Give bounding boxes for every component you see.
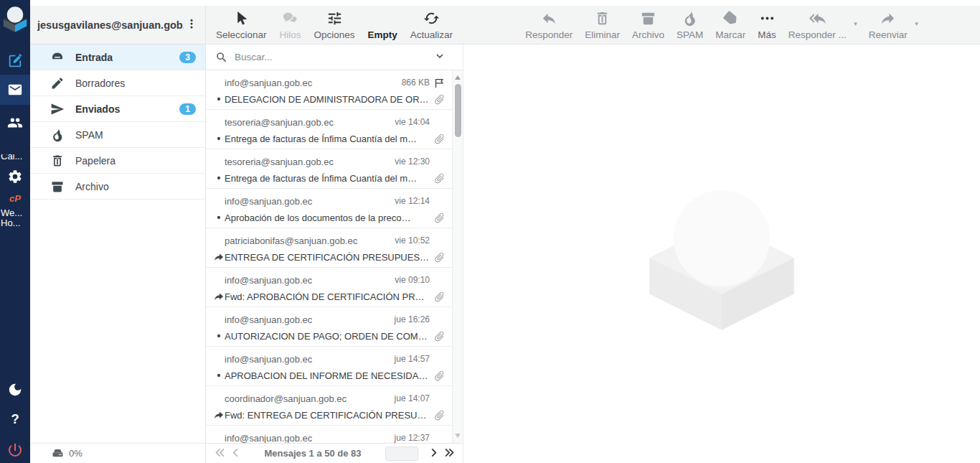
toolbar-button-eliminar[interactable]: Eliminar	[583, 9, 621, 40]
flag-slot[interactable]	[431, 273, 446, 286]
folder-label: Archivo	[75, 181, 109, 192]
cpanel-icon[interactable]: cP	[9, 193, 21, 204]
options-icon	[326, 10, 343, 27]
search-options-toggle[interactable]	[431, 49, 448, 66]
toolbar-button-spam[interactable]: SPAM	[675, 9, 705, 40]
prev-page-button[interactable]	[227, 446, 243, 462]
dark-mode-button[interactable]	[0, 379, 30, 401]
mail-nav-button[interactable]	[0, 75, 30, 105]
toolbar-button-responder[interactable]: Responder ... ▾	[787, 9, 848, 40]
toolbar-button-empty[interactable]: Empty	[367, 9, 399, 40]
unread-dot-icon	[213, 370, 225, 381]
toolbar-button-marcar[interactable]: Marcar	[714, 9, 747, 40]
toolbar-button-reenviar[interactable]: Reenviar ▾	[867, 9, 909, 40]
quota-footer: 0%	[30, 443, 205, 463]
message-list-panel: info@sanjuan.gob.ec 866 KB DELEGACION DE…	[206, 45, 463, 463]
message-date: jue 12:37	[395, 433, 430, 443]
toolbar-button-más[interactable]: Más	[756, 9, 778, 40]
unread-badge: 3	[179, 52, 196, 63]
message-row[interactable]: info@sanjuan.gob.ec jue 16:26 AUTORIZACI…	[206, 307, 463, 347]
toolbar-button-hilos[interactable]: Hilos	[278, 9, 302, 40]
reply-all-icon	[809, 10, 826, 27]
toolbar-button-opciones[interactable]: Opciones	[312, 9, 356, 40]
scroll-up-arrow-icon[interactable]	[455, 75, 461, 80]
svg-text:?: ?	[11, 411, 19, 426]
folder-list: Entrada 3 Borradores Enviados 1 SPAM Pap…	[30, 45, 205, 200]
account-menu-button[interactable]	[184, 14, 199, 36]
contacts-icon	[7, 115, 23, 131]
flag-slot[interactable]	[431, 392, 446, 405]
page-number-input[interactable]	[385, 446, 418, 461]
task-rail: Cal... cP We... Ho... ?	[0, 0, 30, 463]
toolbar-button-actualizar[interactable]: Actualizar	[409, 9, 454, 40]
dropdown-caret-icon[interactable]: ▾	[854, 20, 857, 27]
flag-slot[interactable]	[431, 352, 446, 365]
attachment-icon	[431, 408, 446, 421]
folder-item-spam[interactable]: SPAM	[30, 122, 205, 148]
next-page-button[interactable]	[425, 446, 441, 462]
folder-item-papelera[interactable]: Papelera	[30, 148, 205, 174]
message-subject: Entrega de facturas de Ínfima Cuantía de…	[225, 134, 430, 144]
toolbar-button-label: Actualizar	[410, 29, 453, 40]
dropdown-caret-icon[interactable]: ▾	[915, 20, 918, 27]
flag-slot[interactable]	[431, 116, 446, 128]
message-sender: coordinador@sanjuan.gob.ec	[225, 393, 389, 404]
double-chevron-left-icon	[214, 446, 226, 461]
folder-item-archivo[interactable]: Archivo	[30, 174, 205, 200]
attachment-icon	[431, 251, 446, 263]
scrollbar-thumb[interactable]	[455, 84, 461, 137]
flag-slot[interactable]	[431, 313, 446, 326]
unread-dot-icon	[213, 212, 225, 223]
inbox-icon	[50, 50, 65, 65]
scroll-down-arrow-icon[interactable]	[455, 434, 461, 438]
webmail-home-link[interactable]: We... Ho...	[0, 208, 30, 228]
flag-slot[interactable]	[431, 234, 446, 247]
mail-icon	[7, 82, 23, 98]
folder-item-entrada[interactable]: Entrada 3	[30, 45, 205, 70]
message-row[interactable]: info@sanjuan.gob.ec jue 14:57 APROBACION…	[206, 347, 463, 386]
toolbar-button-label: Responder	[525, 29, 573, 40]
message-row[interactable]: tesoreria@sanjuan.gob.ec vie 12:30 Entre…	[206, 149, 463, 189]
list-toolbar: Seleccionar Hilos Opciones Empty Actuali…	[206, 6, 463, 45]
help-button[interactable]: ?	[0, 410, 30, 429]
search-input[interactable]	[235, 52, 431, 62]
roundcube-watermark	[641, 177, 802, 331]
message-row[interactable]: info@sanjuan.gob.ec vie 09:10 Fwd: APROB…	[206, 268, 463, 307]
attachment-icon	[431, 93, 446, 106]
message-row[interactable]: coordinador@sanjuan.gob.ec jue 14:07 Fwd…	[206, 386, 463, 426]
unread-dot-icon	[213, 330, 225, 342]
flag-slot[interactable]	[431, 431, 446, 443]
message-row[interactable]: info@sanjuan.gob.ec jue 12:37	[206, 426, 463, 443]
list-scrollbar[interactable]	[452, 70, 463, 443]
last-page-button[interactable]	[441, 446, 457, 462]
drafts-icon	[50, 76, 65, 90]
content-pane	[463, 45, 980, 463]
chevron-down-icon	[433, 54, 446, 65]
unread-badge: 1	[179, 103, 196, 115]
compose-button[interactable]	[0, 50, 30, 72]
contacts-nav-button[interactable]	[0, 111, 30, 134]
folder-item-enviados[interactable]: Enviados 1	[30, 96, 205, 122]
account-email: jesusgavilanes@sanjuan.gob.ec	[37, 19, 184, 31]
flag-slot[interactable]	[431, 195, 446, 207]
message-row[interactable]: patriciabonifas@sanjuan.gob.ec vie 10:52…	[206, 228, 463, 268]
toolbar-button-label: Responder ...	[788, 29, 847, 40]
message-row[interactable]: tesoreria@sanjuan.gob.ec vie 14:04 Entre…	[206, 110, 463, 149]
folder-item-borradores[interactable]: Borradores	[30, 70, 205, 96]
message-date: jue 14:07	[395, 393, 430, 403]
message-row[interactable]: info@sanjuan.gob.ec vie 12:14 Aprobación…	[206, 189, 463, 228]
power-icon	[6, 441, 24, 459]
first-page-button[interactable]	[212, 446, 227, 462]
toolbar-button-seleccionar[interactable]: Seleccionar	[215, 9, 268, 40]
forwarded-icon	[213, 409, 225, 421]
calendar-nav-link[interactable]: Cal...	[0, 154, 30, 163]
settings-nav-button[interactable]	[0, 167, 30, 187]
toolbar-button-responder[interactable]: Responder	[524, 9, 574, 40]
flag-icon[interactable]	[431, 76, 446, 89]
drive-icon	[51, 446, 65, 460]
flag-slot[interactable]	[431, 155, 446, 168]
toolbar-button-archivo[interactable]: Archivo	[631, 9, 666, 40]
logout-button[interactable]	[0, 439, 30, 461]
toolbar-button-label: Eliminar	[585, 29, 620, 40]
message-row[interactable]: info@sanjuan.gob.ec 866 KB DELEGACION DE…	[206, 70, 463, 110]
